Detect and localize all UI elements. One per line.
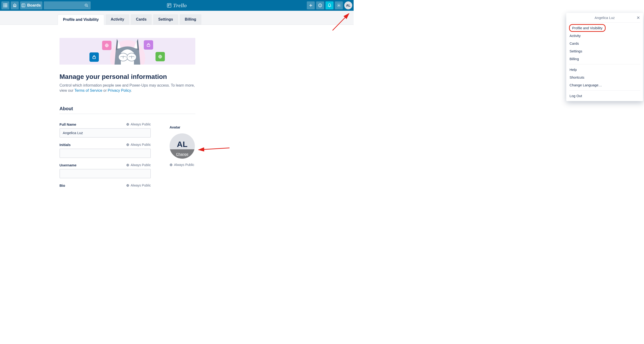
- svg-point-20: [320, 4, 320, 5]
- globe-icon: [170, 163, 172, 166]
- tab-bar: Profile and Visibility Activity Cards Se…: [0, 11, 354, 25]
- boards-label: Boards: [27, 3, 41, 8]
- content: Manage your personal information Control…: [60, 25, 195, 187]
- full-name-input[interactable]: [60, 128, 151, 138]
- full-name-public: Always Public: [126, 122, 151, 126]
- tab-label: Profile and Visibility: [63, 17, 99, 22]
- subtitle-or: or: [102, 88, 108, 92]
- svg-rect-9: [22, 4, 25, 7]
- public-text: Always Public: [131, 143, 151, 146]
- form-column: Full Name Always Public Initials Always …: [60, 122, 151, 187]
- svg-point-21: [338, 5, 340, 6]
- initials-label: Initials: [60, 143, 71, 147]
- svg-rect-4: [5, 5, 6, 6]
- tab-profile[interactable]: Profile and Visibility: [58, 14, 104, 25]
- tab-cards[interactable]: Cards: [131, 14, 152, 24]
- brand-text: Trello: [173, 2, 187, 9]
- bio-public: Always Public: [126, 183, 151, 187]
- svg-point-11: [85, 4, 87, 6]
- topbar: Boards Trello AL: [0, 0, 354, 11]
- husky-illustration: [109, 38, 146, 65]
- avatar-initials: AL: [346, 3, 350, 7]
- home-icon[interactable]: [11, 1, 19, 9]
- globe-icon: [126, 143, 129, 146]
- page-subtitle: Control which information people see and…: [60, 83, 195, 93]
- svg-rect-8: [6, 6, 7, 7]
- tab-billing[interactable]: Billing: [180, 14, 202, 24]
- boards-button[interactable]: Boards: [20, 1, 42, 9]
- svg-rect-22: [93, 57, 96, 59]
- tab-label: Billing: [185, 17, 196, 21]
- apps-icon[interactable]: [2, 1, 9, 9]
- page-title: Manage your personal information: [60, 73, 195, 80]
- hero-box-blue: [90, 52, 99, 62]
- initials-input[interactable]: [60, 149, 151, 158]
- initials-public: Always Public: [126, 143, 151, 146]
- username-label: Username: [60, 163, 76, 167]
- tab-label: Cards: [136, 17, 146, 21]
- tab-label: Activity: [111, 17, 124, 21]
- trello-logo[interactable]: Trello: [167, 2, 187, 9]
- svg-rect-7: [5, 6, 6, 7]
- gear-icon[interactable]: [335, 1, 343, 9]
- about-heading: About: [60, 106, 195, 114]
- hero-illustration: [60, 38, 195, 65]
- username-public: Always Public: [126, 163, 151, 167]
- add-icon[interactable]: [307, 1, 315, 9]
- svg-rect-6: [4, 6, 4, 7]
- subtitle-period: .: [131, 88, 132, 92]
- avatar-change-label: Change: [170, 149, 195, 159]
- tab-activity[interactable]: Activity: [106, 14, 130, 24]
- tab-label: Settings: [158, 17, 173, 21]
- annotation-arrow-change: [197, 143, 232, 153]
- svg-line-12: [87, 6, 88, 7]
- bio-label: Bio: [60, 183, 65, 187]
- public-text: Always Public: [131, 183, 151, 187]
- svg-rect-1: [5, 3, 6, 4]
- hero-box-green: [156, 52, 165, 61]
- tab-settings[interactable]: Settings: [153, 14, 178, 24]
- svg-line-41: [198, 148, 230, 150]
- search-icon: [84, 3, 88, 7]
- tos-link[interactable]: Terms of Service: [74, 88, 102, 92]
- svg-rect-15: [170, 4, 170, 5]
- globe-icon: [126, 184, 129, 187]
- avatar-label: Avatar: [170, 125, 198, 129]
- globe-icon: [126, 164, 129, 167]
- svg-rect-5: [6, 5, 7, 6]
- svg-rect-2: [6, 3, 7, 4]
- svg-rect-3: [4, 5, 4, 6]
- username-input[interactable]: [60, 169, 151, 178]
- public-text: Always Public: [174, 163, 194, 167]
- public-text: Always Public: [131, 122, 151, 126]
- privacy-link[interactable]: Privacy Policy: [108, 88, 131, 92]
- svg-rect-0: [4, 3, 4, 4]
- avatar-button[interactable]: AL: [344, 1, 352, 9]
- avatar-public: Always Public: [170, 163, 198, 167]
- svg-rect-25: [147, 45, 150, 46]
- globe-icon: [126, 123, 129, 126]
- avatar-change-button[interactable]: AL Change: [170, 133, 195, 159]
- notification-icon[interactable]: [326, 1, 334, 9]
- avatar-column: Avatar AL Change Always Public: [170, 125, 198, 167]
- avatar-big-initials: AL: [177, 140, 187, 149]
- info-icon[interactable]: [316, 1, 324, 9]
- svg-rect-13: [167, 3, 171, 7]
- public-text: Always Public: [131, 163, 151, 167]
- svg-rect-14: [168, 4, 169, 6]
- topbar-right: AL: [305, 1, 352, 9]
- search-input[interactable]: [44, 1, 91, 9]
- full-name-label: Full Name: [60, 122, 76, 126]
